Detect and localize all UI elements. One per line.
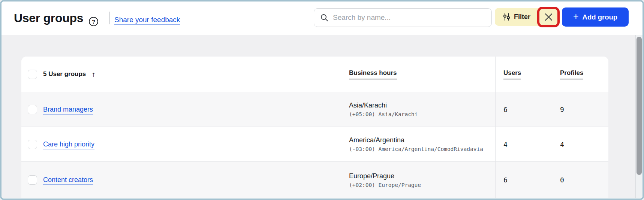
table-row: Care high priority America/Argentina (-0… [21,127,608,162]
filter-button[interactable]: Filter [495,8,560,26]
content-area: 5 User groups ↑ Business hours Users Pro… [1,35,643,198]
app-window: User groups ? Share your feedback Filter [0,0,644,200]
column-header-business-hours[interactable]: Business hours [349,69,397,79]
header-cell-users: Users [495,57,552,92]
filter-sliders-icon [503,13,511,21]
row-checkbox[interactable] [28,105,37,114]
header-cell-name: 5 User groups ↑ [21,57,341,92]
scrollbar-thumb[interactable] [637,37,642,175]
cell-profiles-count: 4 [552,127,608,161]
timezone-detail: (+05:00) Asia/Karachi [349,111,418,117]
table-header-row: 5 User groups ↑ Business hours Users Pro… [21,57,608,92]
row-checkbox[interactable] [28,175,37,185]
cell-profiles-count: 0 [552,162,608,198]
timezone-detail: (+02:00) Europe/Prague [349,182,421,188]
timezone-name: Europe/Prague [349,172,394,180]
feedback-link[interactable]: Share your feedback [114,16,180,24]
vertical-scrollbar[interactable] [635,35,643,198]
select-all-label: 5 User groups [43,70,86,78]
cell-business-hours: Asia/Karachi (+05:00) Asia/Karachi [341,92,495,127]
cell-users-count: 6 [495,92,552,127]
search-box[interactable] [314,8,492,27]
header-divider [109,12,110,24]
help-icon[interactable]: ? [89,17,98,26]
sort-header-name[interactable]: 5 User groups ↑ [43,70,95,79]
group-name-link[interactable]: Care high priority [43,140,94,148]
column-header-users[interactable]: Users [503,69,521,79]
cell-name: Brand managers [21,92,341,127]
cell-name: Care high priority [21,127,341,161]
clear-filter-button[interactable] [537,8,560,26]
page-header: User groups ? Share your feedback Filter [1,1,643,35]
add-group-label: Add group [583,13,618,21]
row-checkbox[interactable] [28,140,37,149]
search-icon [320,13,329,22]
page-title: User groups [14,11,83,25]
timezone-name: Asia/Karachi [349,101,387,109]
header-cell-business-hours: Business hours [341,57,495,92]
close-icon [544,13,553,21]
column-header-profiles[interactable]: Profiles [560,69,583,79]
cell-profiles-count: 9 [552,92,608,127]
sort-ascending-icon: ↑ [91,70,95,79]
timezone-detail: (-03:00) America/Argentina/ComodRivadavi… [349,146,483,152]
add-group-button[interactable]: + Add group [562,7,629,27]
table-row: Content creators Europe/Prague (+02:00) … [21,162,608,198]
cell-name: Content creators [21,162,341,198]
timezone-name: America/Argentina [349,136,404,144]
select-all-checkbox[interactable] [28,70,37,79]
cell-business-hours: Europe/Prague (+02:00) Europe/Prague [341,162,495,198]
plus-icon: + [573,12,579,21]
cell-business-hours: America/Argentina (-03:00) America/Argen… [341,127,495,161]
cell-users-count: 4 [495,127,552,161]
header-cell-profiles: Profiles [552,57,608,92]
user-groups-table: 5 User groups ↑ Business hours Users Pro… [21,57,608,198]
group-name-link[interactable]: Content creators [43,176,93,184]
cell-users-count: 6 [495,162,552,198]
filter-button-label: Filter [514,13,530,21]
table-row: Brand managers Asia/Karachi (+05:00) Asi… [21,92,608,127]
search-input[interactable] [333,13,486,22]
group-name-link[interactable]: Brand managers [43,106,93,113]
